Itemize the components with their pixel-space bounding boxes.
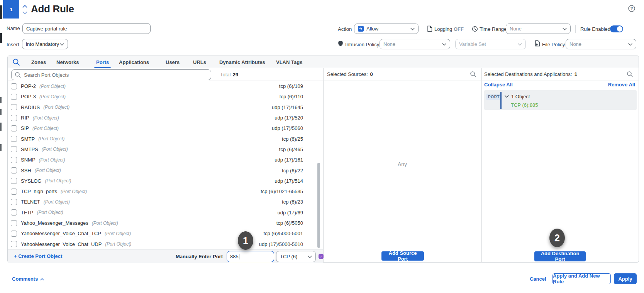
logging-status: OFF (454, 26, 464, 32)
port-row[interactable]: SYSLOG (Port Object) udp (17)/514 (8, 176, 323, 186)
port-value: udp (17)/520 (275, 115, 303, 121)
tab-urls[interactable]: URLs (193, 56, 206, 68)
tab-zones[interactable]: Zones (31, 56, 46, 68)
port-name: YahooMessenger_Voice_Chat_TCP (21, 231, 101, 236)
port-checkbox[interactable] (11, 231, 17, 237)
cancel-button[interactable]: Cancel (530, 276, 546, 282)
manual-port-input[interactable]: 885 (227, 251, 274, 262)
port-value: udp (17)/1645 (272, 104, 303, 110)
port-row[interactable]: TFTP (Port Object) udp (17)/69 (8, 207, 323, 218)
port-checkbox[interactable] (11, 189, 17, 195)
port-row[interactable]: TCP_high_ports (Port Object) tcp (6)/102… (8, 186, 323, 197)
port-checkbox[interactable] (11, 104, 17, 110)
port-row[interactable]: Yahoo_Messenger_Messages (Port Object) t… (8, 218, 323, 228)
port-row[interactable]: RIP (Port Object) udp (17)/520 (8, 113, 323, 123)
port-name: SMTP (21, 136, 35, 142)
info-icon[interactable]: i (319, 254, 324, 259)
manual-port-label: Manually Enter Port (166, 254, 223, 259)
port-row[interactable]: RADIUS (Port Object) udp (17)/1645 (8, 102, 323, 113)
port-row[interactable]: POP-2 (Port Object) tcp (6)/109 (8, 81, 323, 91)
object-group-toggle[interactable]: 1 Object (505, 94, 530, 99)
time-range-icon (472, 26, 478, 33)
divider (467, 25, 467, 33)
protocol-select[interactable]: TCP (6) (276, 251, 316, 262)
port-row[interactable]: SIP (Port Object) udp (17)/5060 (8, 123, 323, 133)
add-destination-port-button[interactable]: Add Destination Port (534, 251, 586, 261)
background-artifact (0, 123, 2, 131)
tab-dynamic-attributes[interactable]: Dynamic Attributes (219, 56, 265, 68)
port-checkbox[interactable] (11, 157, 17, 163)
divider (575, 25, 576, 33)
port-type: (Port Object) (35, 168, 61, 173)
port-name: SYSLOG (21, 178, 41, 184)
port-value: tcp (6)/23 (282, 199, 303, 205)
help-icon[interactable]: ? (628, 5, 635, 12)
apply-button[interactable]: Apply (614, 273, 637, 284)
port-row[interactable]: YahooMessenger_Voice_Chat_TCP (Port Obje… (8, 228, 323, 239)
tab-networks[interactable]: Networks (56, 56, 79, 68)
port-checkbox[interactable] (11, 167, 17, 173)
port-checkbox[interactable] (11, 241, 17, 247)
tab-ports[interactable]: Ports (96, 56, 109, 68)
tab-users[interactable]: Users (166, 56, 180, 68)
divider (500, 92, 502, 109)
port-name: SSH (21, 168, 31, 173)
logging-label[interactable]: Logging (434, 26, 452, 32)
port-value: udp (17)/69 (278, 210, 303, 216)
port-search-input[interactable] (11, 69, 211, 80)
search-icon[interactable] (470, 71, 476, 77)
port-row[interactable]: SNMP (Port Object) udp (17)/161 (8, 155, 323, 165)
port-type: (Port Object) (44, 199, 70, 205)
port-name: YahooMessenger_Voice_Chat_UDP (21, 241, 102, 247)
background-artifact (0, 5, 2, 19)
file-policy-select[interactable]: None (566, 39, 636, 49)
scrollbar-thumb[interactable] (317, 163, 320, 248)
port-row[interactable]: TELNET (Port Object) tcp (6)/23 (8, 197, 323, 207)
port-checkbox[interactable] (11, 220, 17, 226)
port-checkbox[interactable] (11, 94, 17, 100)
divider (423, 25, 423, 33)
tab-label: Ports (96, 59, 109, 65)
time-range-select[interactable]: None (506, 24, 571, 34)
toggle-knob (617, 26, 622, 32)
port-checkbox[interactable] (11, 115, 17, 121)
search-icon[interactable] (627, 71, 633, 77)
variable-set-select[interactable]: Variable Set (455, 39, 526, 49)
port-checkbox[interactable] (11, 146, 17, 152)
collapse-all-link[interactable]: Collapse All (484, 82, 513, 88)
port-checkbox[interactable] (11, 209, 17, 216)
action-select[interactable]: Allow (354, 24, 419, 34)
step-badge: 1 (3, 0, 19, 19)
rule-enabled-toggle[interactable] (610, 25, 623, 32)
time-range-value: None (510, 26, 522, 32)
chevron-down-icon[interactable] (22, 10, 27, 16)
port-checkbox[interactable] (11, 178, 17, 184)
port-row[interactable]: SSH (Port Object) tcp (6)/22 (8, 165, 323, 175)
port-row[interactable]: POP-3 (Port Object) tcp (6)/110 (8, 91, 323, 102)
manual-port-value: 885 (230, 254, 239, 259)
create-port-object-link[interactable]: + Create Port Object (14, 253, 62, 259)
port-row[interactable]: YahooMessenger_Voice_Chat_UDP (Port Obje… (8, 239, 323, 249)
port-row[interactable]: SMTPS (Port Object) tcp (6)/465 (8, 144, 323, 155)
add-source-port-button[interactable]: Add Source Port (381, 251, 424, 261)
search-icon[interactable] (12, 58, 20, 66)
intrusion-policy-select[interactable]: None (380, 39, 450, 49)
port-type: (Port Object) (42, 146, 68, 152)
comments-link[interactable]: Comments (12, 276, 44, 282)
chevron-up-icon[interactable] (22, 3, 27, 9)
insert-select[interactable]: into Mandatory (22, 39, 68, 49)
selected-port-value[interactable]: TCP (6):885 (511, 102, 538, 108)
tab-vlan-tags[interactable]: VLAN Tags (276, 56, 302, 68)
tab-applications[interactable]: Applications (119, 56, 149, 68)
port-value: tcp (6)/22 (282, 168, 303, 173)
remove-all-link[interactable]: Remove All (608, 82, 635, 88)
port-checkbox[interactable] (11, 136, 17, 142)
name-input[interactable] (22, 23, 151, 34)
port-checkbox[interactable] (11, 199, 17, 205)
rule-enabled-label: Rule Enabled (580, 26, 610, 32)
port-row[interactable]: SMTP (Port Object) tcp (6)/25 (8, 133, 323, 144)
port-checkbox[interactable] (11, 125, 17, 131)
apply-and-add-new-rule-button[interactable]: Apply and Add New Rule (552, 273, 611, 284)
port-checkbox[interactable] (11, 83, 17, 89)
time-range-label: Time Range (480, 26, 507, 32)
